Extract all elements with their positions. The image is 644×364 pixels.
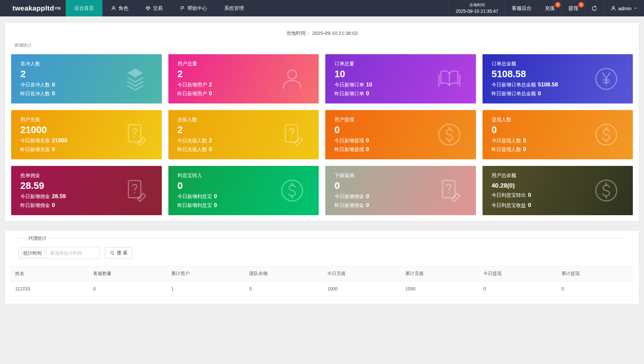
nav-item-roles[interactable]: 角色 [102,0,137,16]
recharge-button[interactable]: 充值 0 [538,0,561,16]
customer-service-label: 客服后台 [512,5,531,11]
col-header-name: 姓名 [10,266,88,281]
scales-icon [145,6,151,11]
search-button[interactable]: 搜 索 [105,247,132,259]
app-logo-text: tweakappltd [12,4,54,12]
top-navbar: tweakappltd V16 后台首页 角色 交易 帮助中心 系统管理 当地时… [0,0,644,16]
mall-stats-title: 商城统计 [14,42,633,48]
stat-card-order-amount: 订单总金额 5108.58 今日新增订单总金额5108.58 昨日新增订单总金额… [483,54,633,103]
chevron-up-icon [633,6,637,10]
stat-time-input[interactable] [47,247,100,259]
cell-total-withdraw: 0 [556,281,634,297]
dollar-circle-icon [593,178,619,203]
stat-card-user-withdraw: 用户提现 0 今日新增提现0 昨日新增提现0 [325,110,476,159]
stat-card-withdraw-users: 提现人数 0 今日提现人数0 昨日提现人数0 [483,110,633,159]
page-local-time-value: 2025-09-10 21:36:02 [312,30,358,36]
nav-item-label: 后台首页 [74,5,94,11]
nav-item-label: 角色 [118,5,128,11]
user-icon [279,66,305,92]
agent-stats-title: 代理统计 [25,236,50,241]
admin-username: admin [618,6,632,11]
dollar-circle-icon [437,122,462,148]
document-edit-icon [437,178,462,203]
nav-item-system[interactable]: 系统管理 [216,0,252,16]
nav-item-label: 系统管理 [224,5,244,11]
col-header-total-recharge: 累计充值 [400,266,478,281]
stat-card-total-orders: 订单总量 10 今日新增订单10 昨日新增订单0 [325,54,476,103]
local-time-label: 当地时间 [469,2,485,8]
col-header-team-balance: 团队余额 [244,266,322,281]
nav-item-help-center[interactable]: 帮助中心 [171,0,216,16]
recharge-badge: 0 [555,2,561,8]
refresh-button[interactable] [585,0,604,16]
app-version-label: V16 [55,7,61,10]
search-icon [110,251,115,256]
app-logo: tweakappltd V16 [0,0,66,16]
stat-card-total-balance: 用户总余额 40.28(0) 今日利息宝转出0 今日利息宝收益0 [483,166,633,215]
stat-time-label: 统计时间 [18,247,47,259]
mall-stats-panel: 当地时间： 2025-09-10 21:36:02 商城统计 首冲人数 2 今日… [5,23,639,221]
stat-card-total-users: 用户总量 2 今日新增用户2 昨日新增用户0 [168,54,319,103]
col-header-today-withdraw: 今日提现 [478,266,556,281]
admin-dropdown[interactable]: admin [604,0,644,16]
stat-card-sub-rebate: 下级返佣 0 今日新增佣金0 昨日新增佣金0 [325,166,476,215]
nav-item-label: 交易 [153,5,163,11]
col-header-total-users: 累计用户 [166,266,244,281]
cell-name: 112233 [10,281,88,297]
table-row: 112233 0 1 0 1000 1000 0 0 [10,281,634,297]
local-time-value: 2025-09-10 21:35:47 [456,8,498,15]
flag-icon [180,6,185,11]
cell-team-balance: 0 [244,281,322,297]
nav-item-trade[interactable]: 交易 [137,0,171,16]
layers-icon [122,66,148,92]
cell-service-count: 0 [88,281,166,297]
stat-card-recharge-users: 充值人数 2 今日充值人数2 昨日充值人数0 [168,110,319,159]
col-header-service-count: 客服数量 [88,266,166,281]
user-icon [611,6,616,11]
agent-stats-fieldset: 代理统计 统计时间 搜 索 [18,238,626,259]
stat-card-user-recharge: 用户充值 21000 今日新增充值21000 昨日新增充值0 [11,110,162,159]
cell-today-recharge: 1000 [322,281,400,297]
yen-circle-icon [593,66,619,92]
navbar-local-time: 当地时间 2025-09-10 21:35:47 [449,0,505,16]
customer-service-button[interactable]: 客服后台 [505,0,538,16]
document-edit-icon [122,178,148,203]
refresh-icon [591,6,597,11]
stat-card-first-charge-users: 首冲人数 2 今日首冲人数0 昨日首冲人数0 [11,54,162,103]
stat-cards-grid: 首冲人数 2 今日首冲人数0 昨日首冲人数0 用户总量 2 今日新增用户2 昨日… [11,54,633,215]
cell-today-withdraw: 0 [478,281,556,297]
agent-filter-form: 统计时间 搜 索 [18,247,626,259]
withdraw-button[interactable]: 提现 0 [561,0,585,16]
page-local-time: 当地时间： 2025-09-10 21:36:02 [11,28,633,41]
dollar-circle-icon [279,178,305,203]
book-icon [437,66,462,92]
page-local-time-label: 当地时间： [286,30,311,36]
col-header-total-withdraw: 累计提现 [556,266,634,281]
dollar-circle-icon [593,122,619,148]
person-icon [111,6,116,11]
agent-stats-table: 姓名 客服数量 累计用户 团队余额 今日充值 累计充值 今日提现 累计提现 11… [10,266,634,297]
recharge-label: 充值 [545,5,555,11]
document-edit-icon [279,122,305,148]
document-edit-icon [122,122,148,148]
main-menu: 后台首页 角色 交易 帮助中心 系统管理 [66,0,252,16]
nav-item-label: 帮助中心 [187,5,207,11]
withdraw-label: 提现 [568,5,578,11]
navbar-right: 当地时间 2025-09-10 21:35:47 客服后台 充值 0 提现 0 … [449,0,644,16]
search-button-label: 搜 索 [117,250,127,256]
cell-total-recharge: 1000 [400,281,478,297]
stat-card-order-commission: 抢单佣金 28.59 今日新增佣金28.59 昨日新增佣金0 [11,166,162,215]
agent-stats-panel: 代理统计 统计时间 搜 索 姓名 客服数量 累计用户 团队余额 今日充值 累计充… [5,231,639,304]
withdraw-badge: 0 [578,2,584,8]
nav-item-dashboard[interactable]: 后台首页 [66,0,102,16]
table-header-row: 姓名 客服数量 累计用户 团队余额 今日充值 累计充值 今日提现 累计提现 [10,266,634,281]
stat-card-interest-in: 利息宝转入 0 今日新增利息宝0 昨日新增利息宝0 [168,166,319,215]
col-header-today-recharge: 今日充值 [322,266,400,281]
cell-total-users: 1 [166,281,244,297]
